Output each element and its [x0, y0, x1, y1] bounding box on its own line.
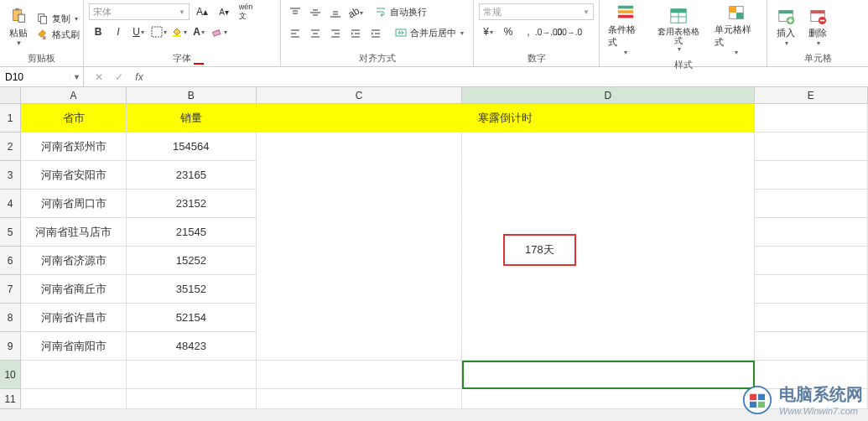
- cell-CD1-merged[interactable]: 寒露倒计时: [257, 104, 755, 133]
- cell-C11[interactable]: [257, 389, 463, 409]
- font-dropdown[interactable]: 宋体▼: [89, 3, 190, 20]
- phonetic-guide-button[interactable]: wén文: [236, 3, 255, 20]
- row-header-5[interactable]: 5: [0, 218, 21, 247]
- cell-D2[interactable]: [462, 133, 754, 161]
- decrease-font-button[interactable]: A▾: [215, 3, 233, 20]
- orientation-button[interactable]: ab▾: [346, 4, 365, 21]
- cell-D9[interactable]: [462, 332, 754, 361]
- underline-button[interactable]: U▾: [129, 23, 148, 40]
- worksheet-grid[interactable]: A B C D E 1 省市 销量 寒露倒计时 2河南省郑州市1545643河南…: [0, 87, 868, 409]
- cell-D11[interactable]: [462, 389, 754, 409]
- cell-D3[interactable]: [462, 161, 754, 190]
- cell-C3[interactable]: [257, 161, 463, 190]
- row-header-10[interactable]: 10: [0, 361, 21, 389]
- format-table-button[interactable]: 套用表格格式▾: [650, 2, 708, 58]
- cell-B11[interactable]: [127, 389, 257, 409]
- cell-D8[interactable]: [462, 304, 754, 332]
- col-header-B[interactable]: B: [127, 87, 257, 104]
- cell-B10[interactable]: [127, 361, 257, 389]
- cell-A1[interactable]: 省市: [21, 104, 127, 133]
- cell-B8[interactable]: 52154: [127, 304, 257, 332]
- row-header-7[interactable]: 7: [0, 275, 21, 304]
- wrap-text-button[interactable]: 自动换行: [373, 4, 429, 19]
- cancel-formula-button[interactable]: ✕: [91, 71, 107, 83]
- cell-E9[interactable]: [755, 332, 868, 361]
- decrease-indent-button[interactable]: [346, 25, 365, 42]
- decrease-decimal-button[interactable]: .00→.0: [559, 23, 578, 40]
- cell-C4[interactable]: [257, 190, 463, 218]
- copy-button[interactable]: 复制▾: [35, 11, 81, 26]
- cell-A10[interactable]: [21, 361, 127, 389]
- cell-B2[interactable]: 154564: [127, 133, 257, 161]
- cell-E1[interactable]: [755, 104, 868, 133]
- cell-E3[interactable]: [755, 161, 868, 190]
- cell-B5[interactable]: 21545: [127, 218, 257, 247]
- row-header-2[interactable]: 2: [0, 133, 21, 161]
- increase-indent-button[interactable]: [366, 25, 385, 42]
- cell-A3[interactable]: 河南省安阳市: [21, 161, 127, 190]
- cell-B1[interactable]: 销量: [127, 104, 257, 133]
- cell-C7[interactable]: [257, 275, 463, 304]
- percent-button[interactable]: %: [499, 23, 517, 40]
- cell-A2[interactable]: 河南省郑州市: [21, 133, 127, 161]
- format-painter-button[interactable]: 格式刷: [35, 27, 81, 42]
- fill-color-button[interactable]: ▾: [169, 23, 188, 40]
- number-format-dropdown[interactable]: 常规▼: [479, 3, 594, 20]
- increase-font-button[interactable]: A▴: [193, 3, 211, 20]
- paste-button[interactable]: 粘贴 ▼: [3, 2, 34, 51]
- select-all-corner[interactable]: [0, 87, 21, 104]
- row-header-6[interactable]: 6: [0, 247, 21, 275]
- row-header-4[interactable]: 4: [0, 190, 21, 218]
- cell-D4[interactable]: [462, 190, 754, 218]
- cell-D10[interactable]: [462, 361, 754, 389]
- cell-D7[interactable]: [462, 275, 754, 304]
- row-header-8[interactable]: 8: [0, 304, 21, 332]
- merge-center-button[interactable]: 合并后居中▾: [393, 25, 465, 40]
- delete-cells-button[interactable]: 删除▾: [803, 2, 833, 51]
- col-header-A[interactable]: A: [21, 87, 127, 104]
- cell-B7[interactable]: 35152: [127, 275, 257, 304]
- cell-C10[interactable]: [257, 361, 463, 389]
- border-button[interactable]: ▾: [149, 23, 168, 40]
- cell-E8[interactable]: [755, 304, 868, 332]
- align-middle-button[interactable]: [306, 4, 325, 21]
- cell-A11[interactable]: [21, 389, 127, 409]
- cell-A6[interactable]: 河南省济源市: [21, 247, 127, 275]
- row-header-3[interactable]: 3: [0, 161, 21, 190]
- cell-E6[interactable]: [755, 247, 868, 275]
- cell-C5[interactable]: [257, 218, 463, 247]
- row-header-11[interactable]: 11: [0, 389, 21, 409]
- align-bottom-button[interactable]: [326, 4, 345, 21]
- cell-A9[interactable]: 河南省南阳市: [21, 332, 127, 361]
- clear-format-button[interactable]: ▾: [210, 23, 228, 40]
- cell-C9[interactable]: [257, 332, 463, 361]
- cell-B9[interactable]: 48423: [127, 332, 257, 361]
- cell-B3[interactable]: 23165: [127, 161, 257, 190]
- name-box-dropdown[interactable]: ▼: [70, 73, 83, 81]
- cell-C8[interactable]: [257, 304, 463, 332]
- cell-A8[interactable]: 河南省许昌市: [21, 304, 127, 332]
- cell-C6[interactable]: [257, 247, 463, 275]
- cell-styles-button[interactable]: 单元格样式▾: [709, 2, 763, 58]
- name-box-input[interactable]: [0, 71, 70, 83]
- col-header-E[interactable]: E: [755, 87, 868, 104]
- cell-E2[interactable]: [755, 133, 868, 161]
- insert-cells-button[interactable]: 插入▾: [771, 2, 801, 51]
- italic-button[interactable]: I: [109, 23, 127, 40]
- cell-A7[interactable]: 河南省商丘市: [21, 275, 127, 304]
- enter-formula-button[interactable]: ✓: [111, 71, 127, 83]
- cell-E4[interactable]: [755, 190, 868, 218]
- fx-button[interactable]: fx: [131, 71, 148, 83]
- name-box[interactable]: ▼: [0, 67, 84, 86]
- align-left-button[interactable]: [286, 25, 304, 42]
- align-top-button[interactable]: [286, 4, 304, 21]
- cell-B4[interactable]: 23152: [127, 190, 257, 218]
- cell-A4[interactable]: 河南省周口市: [21, 190, 127, 218]
- col-header-D[interactable]: D: [462, 87, 754, 104]
- align-right-button[interactable]: [326, 25, 345, 42]
- cell-E7[interactable]: [755, 275, 868, 304]
- bold-button[interactable]: B: [89, 23, 107, 40]
- row-header-1[interactable]: 1: [0, 104, 21, 133]
- conditional-format-button[interactable]: 条件格式▾: [603, 2, 648, 58]
- col-header-C[interactable]: C: [257, 87, 463, 104]
